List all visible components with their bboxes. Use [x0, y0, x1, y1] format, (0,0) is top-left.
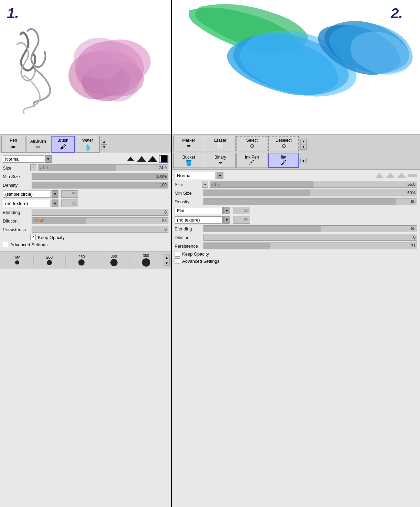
- right-persistence-row: Persistence 31: [175, 242, 417, 249]
- persistence-slider[interactable]: 0: [32, 226, 168, 233]
- brush-circle-200: [47, 260, 52, 265]
- shape-dropdown[interactable]: (simple circle): [3, 191, 51, 198]
- left-blend-mode-select[interactable]: Normal: [3, 155, 44, 163]
- density-slider[interactable]: 100: [32, 182, 168, 188]
- brush-shape-color[interactable]: [159, 155, 168, 163]
- color-swatch[interactable]: [161, 155, 168, 163]
- left-panel: 1.: [0, 0, 172, 507]
- tab-water[interactable]: Water 💧: [76, 136, 100, 153]
- gray-shape-1: [375, 172, 384, 179]
- right-size-slider[interactable]: x 1.0 66.0: [210, 181, 417, 188]
- left-shape-row: (simple circle) ▼ 50: [3, 190, 168, 198]
- brush-shape-medium[interactable]: [137, 155, 146, 163]
- blending-label: Blending: [3, 210, 30, 215]
- right-persistence-slider[interactable]: 31: [203, 242, 417, 249]
- persistence-value: 0: [164, 227, 167, 232]
- select-icon: ⊙: [250, 143, 254, 149]
- texture-dropdown[interactable]: (no texture): [3, 200, 51, 207]
- tab-flat[interactable]: flat 🖌: [268, 153, 299, 168]
- left-blend-row: Normal ▼: [3, 155, 168, 163]
- right-keepopacity-checkbox[interactable]: [175, 251, 180, 257]
- right-dilution-slider[interactable]: 0: [203, 234, 417, 241]
- right-brush-shapes: [373, 172, 417, 179]
- right-density-slider[interactable]: 90: [203, 198, 417, 205]
- right-texture-value-box: 95: [233, 216, 250, 224]
- blending-value: 0: [164, 210, 167, 215]
- right-texture-dropdown[interactable]: (no texture): [175, 216, 223, 224]
- svg-marker-7: [137, 156, 146, 162]
- keepopacity-label: Keep Opacity: [38, 235, 65, 240]
- right-tab-scroll-down[interactable]: ▼: [300, 144, 307, 150]
- main-container: 1.: [0, 0, 420, 507]
- texture-value: 95: [72, 201, 77, 206]
- svg-marker-6: [127, 157, 134, 161]
- tab-select[interactable]: Select ⊙: [236, 136, 267, 151]
- tab-brush[interactable]: Brush 🖌: [51, 136, 75, 153]
- tab-scroll-up[interactable]: ▲: [101, 139, 107, 144]
- left-dilution-row: Dilution OR 46 58: [3, 217, 168, 224]
- right-blend-mode-select[interactable]: Normal: [175, 172, 216, 179]
- binary-icon: ✒: [218, 160, 223, 166]
- right-texture-dropdown-arrow[interactable]: ▼: [223, 216, 230, 224]
- brush-icon: 🖌: [60, 143, 66, 151]
- tab-bucket[interactable]: Bucket 🪣: [173, 153, 204, 168]
- minsize-slider[interactable]: 100%: [32, 173, 168, 180]
- right-minsize-slider[interactable]: 50%: [203, 190, 417, 196]
- right-shape-dropdown-arrow[interactable]: ▼: [223, 207, 230, 214]
- shape-value: 50: [72, 192, 77, 196]
- brush-size-300-label: 300: [111, 254, 117, 258]
- brushsize-scroll-up[interactable]: ▲: [164, 255, 170, 260]
- tab-marker[interactable]: Marker ✒: [173, 136, 204, 151]
- advanced-label: Advanced Settings: [10, 242, 47, 247]
- marker-icon: ✒: [187, 143, 191, 149]
- size-minus-btn[interactable]: −: [30, 164, 36, 171]
- gray-shape-4: [408, 172, 417, 179]
- right-size-value: 66.0: [408, 182, 416, 187]
- brush-shape-small[interactable]: [126, 155, 135, 163]
- right-blend-mode-arrow[interactable]: ▼: [217, 172, 223, 179]
- tab-inkpen[interactable]: Ink Pen 🖊: [236, 153, 267, 168]
- right-persistence-value: 31: [411, 244, 416, 248]
- brush-size-160[interactable]: 160: [1, 255, 34, 265]
- right-tab2-scroll-down[interactable]: ▼: [300, 158, 307, 163]
- dilution-value: 58: [162, 218, 167, 223]
- brush-size-300[interactable]: 300: [98, 254, 130, 267]
- tab-pen[interactable]: Pen ✒: [1, 136, 25, 153]
- left-advanced-row: Advanced Settings: [3, 242, 168, 247]
- right-blending-slider[interactable]: 55: [203, 225, 417, 232]
- tab-eraser[interactable]: Eraser ⬜: [205, 136, 236, 151]
- keepopacity-checkbox[interactable]: ✓: [30, 235, 36, 240]
- texture-dropdown-arrow[interactable]: ▼: [52, 199, 58, 207]
- tab-airbrush[interactable]: AirBrush ✄: [26, 136, 50, 153]
- brushsize-scroll-down[interactable]: ▼: [164, 260, 170, 266]
- right-shape-dropdown[interactable]: Flat: [175, 207, 223, 214]
- brush-size-250[interactable]: 250: [66, 254, 98, 266]
- left-blend-mode-arrow[interactable]: ▼: [45, 155, 52, 163]
- shape-dropdown-arrow[interactable]: ▼: [52, 190, 58, 198]
- airbrush-icon: ✄: [36, 144, 40, 150]
- dilution-slider[interactable]: OR 46 58: [32, 217, 168, 224]
- brush-size-250-label: 250: [78, 255, 85, 259]
- right-size-minus-btn[interactable]: −: [202, 181, 208, 188]
- flat-icon: 🖌: [281, 160, 286, 166]
- right-canvas-area: 2.: [172, 0, 420, 134]
- brush-label: Brush: [57, 138, 68, 143]
- brush-size-200-label: 200: [46, 255, 53, 259]
- left-settings-panel: Pen ✒ AirBrush ✄ Brush 🖌 Water 💧 ▲ ▼: [0, 134, 171, 507]
- dilution-label: Dilution: [3, 218, 30, 224]
- right-tab-scroll-up[interactable]: ▲: [300, 139, 307, 144]
- size-slider[interactable]: x 1.0 74.0: [38, 164, 168, 171]
- right-advanced-checkbox[interactable]: [175, 258, 180, 264]
- right-minsize-row: Min Size 50%: [175, 190, 417, 196]
- tab-scroll-down[interactable]: ▼: [101, 144, 107, 150]
- tab-binary[interactable]: Binary ✒: [205, 153, 236, 168]
- brush-size-350[interactable]: 350: [130, 253, 162, 267]
- advanced-checkbox[interactable]: [3, 242, 8, 247]
- brush-size-200[interactable]: 200: [34, 255, 66, 266]
- brush-shape-large[interactable]: [148, 155, 157, 163]
- blending-slider[interactable]: 0: [32, 209, 168, 216]
- tab-deselect[interactable]: Deselect ⊙: [268, 136, 299, 151]
- right-blending-label: Blending: [175, 226, 202, 231]
- size-multiplier: x 1.0: [40, 166, 48, 170]
- inkpen-label: Ink Pen: [245, 155, 259, 160]
